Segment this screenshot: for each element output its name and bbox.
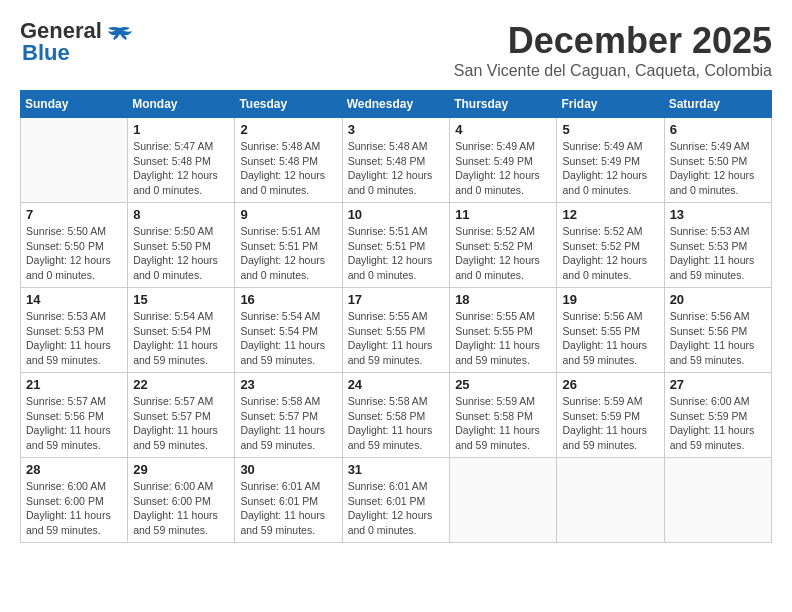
title-block: December 2025 San Vicente del Caguan, Ca… (454, 20, 772, 80)
calendar-table: SundayMondayTuesdayWednesdayThursdayFrid… (20, 90, 772, 543)
day-number: 30 (240, 462, 336, 477)
day-info: Sunrise: 5:55 AM Sunset: 5:55 PM Dayligh… (348, 309, 445, 368)
day-number: 5 (562, 122, 658, 137)
day-info: Sunrise: 5:54 AM Sunset: 5:54 PM Dayligh… (240, 309, 336, 368)
day-number: 26 (562, 377, 658, 392)
day-info: Sunrise: 5:52 AM Sunset: 5:52 PM Dayligh… (455, 224, 551, 283)
day-info: Sunrise: 5:55 AM Sunset: 5:55 PM Dayligh… (455, 309, 551, 368)
day-number: 25 (455, 377, 551, 392)
day-number: 24 (348, 377, 445, 392)
calendar-cell (557, 458, 664, 543)
calendar-cell: 19Sunrise: 5:56 AM Sunset: 5:55 PM Dayli… (557, 288, 664, 373)
day-info: Sunrise: 6:00 AM Sunset: 6:00 PM Dayligh… (26, 479, 122, 538)
logo-text: GeneralBlue (20, 20, 102, 64)
day-number: 4 (455, 122, 551, 137)
calendar-cell: 5Sunrise: 5:49 AM Sunset: 5:49 PM Daylig… (557, 118, 664, 203)
calendar-cell: 26Sunrise: 5:59 AM Sunset: 5:59 PM Dayli… (557, 373, 664, 458)
day-info: Sunrise: 5:50 AM Sunset: 5:50 PM Dayligh… (26, 224, 122, 283)
day-info: Sunrise: 5:49 AM Sunset: 5:50 PM Dayligh… (670, 139, 766, 198)
day-info: Sunrise: 5:48 AM Sunset: 5:48 PM Dayligh… (348, 139, 445, 198)
col-header-thursday: Thursday (450, 91, 557, 118)
day-number: 9 (240, 207, 336, 222)
day-number: 11 (455, 207, 551, 222)
calendar-cell: 9Sunrise: 5:51 AM Sunset: 5:51 PM Daylig… (235, 203, 342, 288)
calendar-cell: 17Sunrise: 5:55 AM Sunset: 5:55 PM Dayli… (342, 288, 450, 373)
day-number: 10 (348, 207, 445, 222)
day-number: 2 (240, 122, 336, 137)
calendar-cell: 22Sunrise: 5:57 AM Sunset: 5:57 PM Dayli… (128, 373, 235, 458)
day-info: Sunrise: 6:01 AM Sunset: 6:01 PM Dayligh… (240, 479, 336, 538)
day-info: Sunrise: 5:49 AM Sunset: 5:49 PM Dayligh… (562, 139, 658, 198)
day-info: Sunrise: 5:58 AM Sunset: 5:58 PM Dayligh… (348, 394, 445, 453)
day-number: 14 (26, 292, 122, 307)
day-number: 8 (133, 207, 229, 222)
col-header-wednesday: Wednesday (342, 91, 450, 118)
day-info: Sunrise: 5:53 AM Sunset: 5:53 PM Dayligh… (670, 224, 766, 283)
day-info: Sunrise: 5:54 AM Sunset: 5:54 PM Dayligh… (133, 309, 229, 368)
day-info: Sunrise: 5:52 AM Sunset: 5:52 PM Dayligh… (562, 224, 658, 283)
calendar-cell: 21Sunrise: 5:57 AM Sunset: 5:56 PM Dayli… (21, 373, 128, 458)
calendar-cell: 25Sunrise: 5:59 AM Sunset: 5:58 PM Dayli… (450, 373, 557, 458)
calendar-cell: 23Sunrise: 5:58 AM Sunset: 5:57 PM Dayli… (235, 373, 342, 458)
week-row-1: 1Sunrise: 5:47 AM Sunset: 5:48 PM Daylig… (21, 118, 772, 203)
calendar-cell: 14Sunrise: 5:53 AM Sunset: 5:53 PM Dayli… (21, 288, 128, 373)
calendar-cell: 29Sunrise: 6:00 AM Sunset: 6:00 PM Dayli… (128, 458, 235, 543)
calendar-cell: 24Sunrise: 5:58 AM Sunset: 5:58 PM Dayli… (342, 373, 450, 458)
day-number: 6 (670, 122, 766, 137)
calendar-cell: 31Sunrise: 6:01 AM Sunset: 6:01 PM Dayli… (342, 458, 450, 543)
calendar-cell: 3Sunrise: 5:48 AM Sunset: 5:48 PM Daylig… (342, 118, 450, 203)
day-info: Sunrise: 6:00 AM Sunset: 5:59 PM Dayligh… (670, 394, 766, 453)
calendar-cell: 30Sunrise: 6:01 AM Sunset: 6:01 PM Dayli… (235, 458, 342, 543)
page-header: GeneralBlue December 2025 San Vicente de… (20, 20, 772, 80)
day-info: Sunrise: 5:56 AM Sunset: 5:55 PM Dayligh… (562, 309, 658, 368)
calendar-cell: 28Sunrise: 6:00 AM Sunset: 6:00 PM Dayli… (21, 458, 128, 543)
day-number: 18 (455, 292, 551, 307)
week-row-2: 7Sunrise: 5:50 AM Sunset: 5:50 PM Daylig… (21, 203, 772, 288)
week-row-3: 14Sunrise: 5:53 AM Sunset: 5:53 PM Dayli… (21, 288, 772, 373)
calendar-cell (664, 458, 771, 543)
calendar-cell: 1Sunrise: 5:47 AM Sunset: 5:48 PM Daylig… (128, 118, 235, 203)
calendar-cell (21, 118, 128, 203)
calendar-header-row: SundayMondayTuesdayWednesdayThursdayFrid… (21, 91, 772, 118)
col-header-tuesday: Tuesday (235, 91, 342, 118)
col-header-friday: Friday (557, 91, 664, 118)
calendar-cell: 13Sunrise: 5:53 AM Sunset: 5:53 PM Dayli… (664, 203, 771, 288)
calendar-cell: 12Sunrise: 5:52 AM Sunset: 5:52 PM Dayli… (557, 203, 664, 288)
calendar-cell: 7Sunrise: 5:50 AM Sunset: 5:50 PM Daylig… (21, 203, 128, 288)
day-info: Sunrise: 5:51 AM Sunset: 5:51 PM Dayligh… (348, 224, 445, 283)
day-number: 15 (133, 292, 229, 307)
calendar-cell: 4Sunrise: 5:49 AM Sunset: 5:49 PM Daylig… (450, 118, 557, 203)
day-info: Sunrise: 6:00 AM Sunset: 6:00 PM Dayligh… (133, 479, 229, 538)
day-info: Sunrise: 6:01 AM Sunset: 6:01 PM Dayligh… (348, 479, 445, 538)
col-header-sunday: Sunday (21, 91, 128, 118)
day-number: 16 (240, 292, 336, 307)
day-number: 19 (562, 292, 658, 307)
day-info: Sunrise: 5:51 AM Sunset: 5:51 PM Dayligh… (240, 224, 336, 283)
day-number: 7 (26, 207, 122, 222)
calendar-cell (450, 458, 557, 543)
calendar-cell: 10Sunrise: 5:51 AM Sunset: 5:51 PM Dayli… (342, 203, 450, 288)
day-number: 22 (133, 377, 229, 392)
calendar-cell: 27Sunrise: 6:00 AM Sunset: 5:59 PM Dayli… (664, 373, 771, 458)
day-info: Sunrise: 5:53 AM Sunset: 5:53 PM Dayligh… (26, 309, 122, 368)
day-number: 23 (240, 377, 336, 392)
calendar-cell: 8Sunrise: 5:50 AM Sunset: 5:50 PM Daylig… (128, 203, 235, 288)
month-title: December 2025 (454, 20, 772, 62)
day-info: Sunrise: 5:59 AM Sunset: 5:58 PM Dayligh… (455, 394, 551, 453)
day-number: 1 (133, 122, 229, 137)
calendar-cell: 2Sunrise: 5:48 AM Sunset: 5:48 PM Daylig… (235, 118, 342, 203)
day-info: Sunrise: 5:47 AM Sunset: 5:48 PM Dayligh… (133, 139, 229, 198)
day-number: 13 (670, 207, 766, 222)
day-number: 12 (562, 207, 658, 222)
week-row-4: 21Sunrise: 5:57 AM Sunset: 5:56 PM Dayli… (21, 373, 772, 458)
calendar-cell: 6Sunrise: 5:49 AM Sunset: 5:50 PM Daylig… (664, 118, 771, 203)
day-info: Sunrise: 5:49 AM Sunset: 5:49 PM Dayligh… (455, 139, 551, 198)
day-info: Sunrise: 5:48 AM Sunset: 5:48 PM Dayligh… (240, 139, 336, 198)
day-info: Sunrise: 5:50 AM Sunset: 5:50 PM Dayligh… (133, 224, 229, 283)
calendar-cell: 15Sunrise: 5:54 AM Sunset: 5:54 PM Dayli… (128, 288, 235, 373)
day-number: 17 (348, 292, 445, 307)
week-row-5: 28Sunrise: 6:00 AM Sunset: 6:00 PM Dayli… (21, 458, 772, 543)
col-header-monday: Monday (128, 91, 235, 118)
day-number: 29 (133, 462, 229, 477)
day-number: 20 (670, 292, 766, 307)
